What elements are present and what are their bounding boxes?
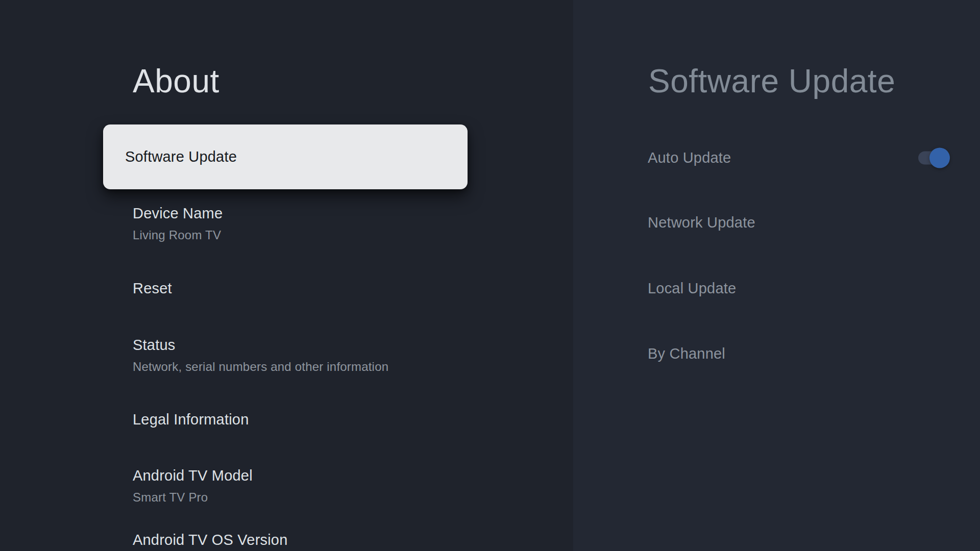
setting-local-update[interactable]: Local Update [648, 280, 949, 297]
page-title: About [133, 62, 219, 100]
auto-update-toggle[interactable] [918, 151, 948, 164]
menu-item-label: Android TV OS Version [133, 530, 288, 549]
software-update-panel: Software Update Auto Update Network Upda… [573, 0, 980, 551]
setting-auto-update[interactable]: Auto Update [648, 149, 949, 166]
setting-label: By Channel [648, 345, 725, 362]
setting-network-update[interactable]: Network Update [648, 214, 949, 231]
menu-item-label: Legal Information [133, 410, 249, 429]
menu-item-value: Living Room TV [133, 228, 223, 243]
menu-item-label: Device Name [133, 204, 223, 223]
menu-item-value: Network, serial numbers and other inform… [133, 359, 388, 374]
menu-item-label: Status [133, 335, 388, 355]
menu-item-device-name[interactable]: Device Name Living Room TV [133, 204, 223, 243]
menu-item-software-update[interactable]: Software Update [103, 124, 468, 189]
setting-label: Local Update [648, 280, 736, 297]
menu-item-android-tv-os-version[interactable]: Android TV OS Version [133, 530, 288, 549]
menu-item-reset[interactable]: Reset [133, 279, 172, 298]
menu-item-value: Smart TV Pro [133, 490, 253, 505]
menu-item-label: Reset [133, 279, 172, 298]
toggle-thumb-icon [929, 147, 950, 168]
setting-by-channel[interactable]: By Channel [648, 345, 949, 362]
menu-item-status[interactable]: Status Network, serial numbers and other… [133, 335, 388, 374]
about-panel: About Software Update Device Name Living… [0, 0, 573, 551]
tv-settings-screen: About Software Update Device Name Living… [0, 0, 980, 551]
menu-item-label: Android TV Model [133, 466, 253, 485]
menu-item-legal-information[interactable]: Legal Information [133, 410, 249, 429]
setting-label: Network Update [648, 214, 755, 231]
menu-item-android-tv-model[interactable]: Android TV Model Smart TV Pro [133, 466, 253, 505]
menu-item-label: Software Update [125, 148, 237, 165]
panel-title: Software Update [648, 62, 895, 100]
setting-label: Auto Update [648, 149, 731, 166]
